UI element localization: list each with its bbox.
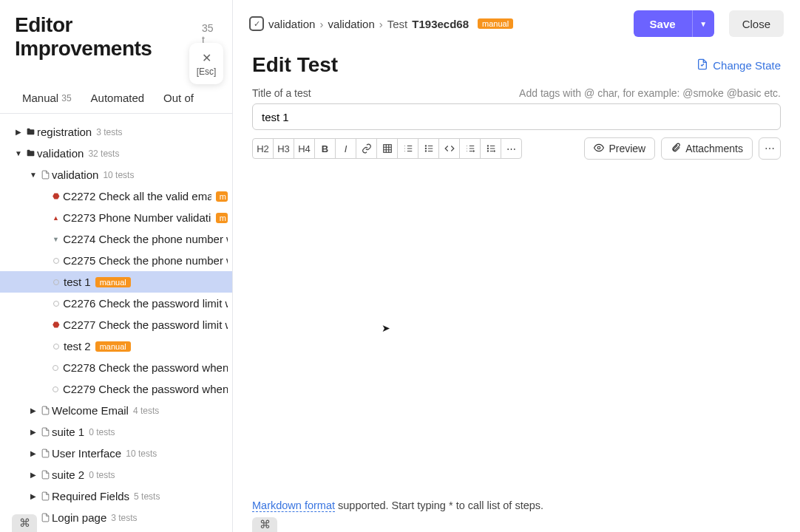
tree-folder-row[interactable]: ▼ validation32 tests [0, 143, 232, 164]
breadcrumb-test-id: T193ecd68 [412, 18, 469, 30]
tree-label: Required Fields [52, 490, 129, 502]
toolbar-right: Preview Attachments ⋯ [584, 137, 781, 160]
toolbar-h3[interactable]: H3 [273, 138, 294, 159]
tab-manual[interactable]: Manual 35 [22, 92, 72, 113]
test-row[interactable]: C2278 Check the password when pa [0, 357, 232, 378]
svg-point-6 [487, 151, 488, 151]
project-title: Editor Improvements [15, 13, 194, 61]
file-icon [38, 491, 52, 502]
chevron-icon[interactable]: ▶ [28, 449, 38, 457]
file-icon [38, 169, 52, 180]
svg-point-1 [425, 146, 426, 146]
toolbar-ul-plus[interactable] [480, 138, 501, 159]
command-button[interactable]: ⌘ [12, 514, 37, 532]
preview-button[interactable]: Preview [584, 137, 655, 160]
toolbar-ul[interactable] [418, 138, 439, 159]
file-icon [38, 405, 52, 416]
chevron-icon[interactable]: ▶ [28, 471, 38, 479]
tab-outof[interactable]: Out of [163, 92, 194, 113]
editor-textarea[interactable]: ➤ [252, 167, 781, 499]
more-button[interactable]: ⋯ [759, 137, 781, 160]
test-label: C2277 Check the password limit wh [63, 318, 228, 331]
tree-folder-row[interactable]: ▼ validation10 tests [0, 164, 232, 185]
tree-folder-row[interactable]: ▶ User Interface10 tests [0, 443, 232, 464]
tab-automated[interactable]: Automated [91, 92, 145, 113]
chevron-icon[interactable]: ▶ [28, 428, 38, 436]
toolbar-table[interactable] [376, 138, 398, 159]
chevron-icon[interactable]: ▶ [13, 128, 24, 136]
tree-label: validation [52, 168, 98, 181]
tree-label: suite 2 [52, 468, 84, 481]
toolbar-i[interactable]: I [335, 138, 356, 159]
save-button[interactable]: Save [634, 10, 692, 37]
title-input[interactable] [252, 103, 781, 130]
markdown-link[interactable]: Markdown format [252, 499, 335, 512]
tree-folder-row[interactable]: ▶ Welcome Email4 tests [0, 400, 232, 421]
test-row[interactable]: C2275 Check the phone number wh [0, 250, 232, 271]
breadcrumb-item[interactable]: validation [268, 18, 315, 30]
save-dropdown[interactable]: ▼ [692, 10, 714, 37]
esc-label: [Esc] [197, 66, 217, 77]
toolbar-more[interactable]: ⋯ [501, 138, 522, 159]
close-button[interactable]: Close [729, 10, 784, 37]
tree-count: 5 tests [134, 491, 160, 502]
file-icon [38, 469, 52, 480]
test-row[interactable]: test 2manual [0, 335, 232, 357]
tree-count: 10 tests [103, 170, 134, 180]
file-icon [38, 512, 52, 523]
tree-count: 32 tests [88, 149, 119, 159]
manual-badge: manual [95, 277, 131, 287]
tree-folder-row[interactable]: ▶ Required Fields5 tests [0, 485, 232, 507]
toolbar-link[interactable] [356, 138, 377, 159]
toolbar-ol-plus[interactable] [459, 138, 481, 159]
page-title: Edit Test [252, 53, 338, 77]
svg-point-5 [487, 148, 488, 149]
command-button-right[interactable]: ⌘ [252, 517, 277, 532]
toolbar-h4[interactable]: H4 [294, 138, 315, 159]
esc-chip[interactable]: ✕ [Esc] [189, 43, 223, 84]
title-label: Title of a test [252, 87, 311, 99]
test-row[interactable]: ⬣C2272 Check all the valid emailsm [0, 185, 232, 207]
test-row[interactable]: C2279 Check the password when pa [0, 378, 232, 400]
tree-folder-row[interactable]: ▶ suite 10 tests [0, 421, 232, 443]
attachments-button[interactable]: Attachments [661, 137, 753, 160]
tree-folder-row[interactable]: ▶ registration3 tests [0, 121, 232, 143]
test-row[interactable]: ▼C2274 Check the phone number wh [0, 228, 232, 250]
breadcrumb: ✓ validation › validation › Test T193ecd… [249, 16, 626, 31]
folder-icon [24, 127, 37, 137]
priority-icon: ⬣ [52, 320, 60, 330]
chevron-icon[interactable]: ▶ [28, 406, 38, 415]
test-label: C2274 Check the phone number wh [63, 233, 228, 245]
toolbar-ol[interactable] [397, 138, 418, 159]
test-row[interactable]: C2276 Check the password limit wh [0, 293, 232, 314]
test-label: C2273 Phone Number validation [63, 211, 211, 224]
folder-icon [24, 149, 37, 158]
test-label: C2278 Check the password when pa [63, 361, 228, 374]
breadcrumb-item[interactable]: validation [328, 18, 374, 30]
tree-label: Welcome Email [52, 404, 129, 417]
test-row[interactable]: test 1manual [0, 271, 232, 293]
test-row[interactable]: ▲C2273 Phone Number validationm [0, 207, 232, 228]
test-label: test 1 [64, 276, 91, 288]
chevron-icon[interactable]: ▶ [28, 492, 38, 500]
title-input-wrap [252, 103, 781, 130]
tree-count: 3 tests [96, 127, 122, 137]
test-label: C2275 Check the phone number wh [63, 254, 228, 267]
test-tree: ▶ registration3 tests▼ validation32 test… [0, 114, 232, 532]
chevron-icon[interactable]: ▼ [13, 149, 24, 157]
test-label: C2276 Check the password limit wh [63, 297, 228, 310]
preview-label: Preview [609, 143, 645, 154]
priority-icon [52, 344, 61, 349]
priority-icon [52, 301, 60, 307]
change-state-link[interactable]: Change State [696, 58, 781, 72]
tree-folder-row[interactable]: ▶ suite 20 tests [0, 464, 232, 485]
change-state-icon [696, 58, 708, 72]
toolbar-code[interactable] [438, 138, 460, 159]
priority-icon [52, 258, 60, 264]
toolbar-b[interactable]: B [314, 138, 336, 159]
toolbar-h2[interactable]: H2 [252, 138, 274, 159]
tab-count: 35 [61, 93, 71, 103]
chevron-icon[interactable]: ▼ [28, 171, 38, 179]
test-row[interactable]: ⬣C2277 Check the password limit wh [0, 314, 232, 335]
tree-label: validation [37, 147, 84, 160]
